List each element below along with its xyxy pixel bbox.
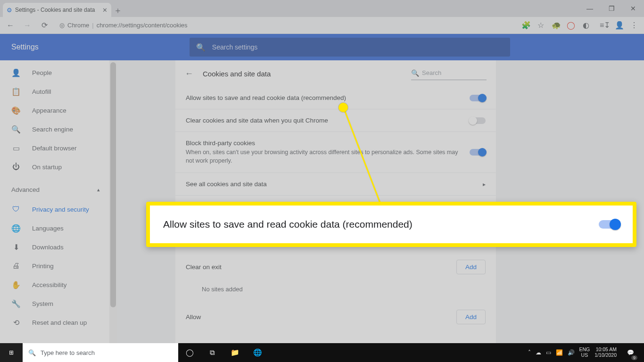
chevron-up-icon: ▴ xyxy=(97,187,100,193)
row-allow-cookies: Allow sites to save and read cookie data… xyxy=(175,87,496,109)
site-info-icon[interactable]: ◎ xyxy=(59,22,65,29)
battery-icon[interactable]: ▭ xyxy=(546,349,551,356)
browser-tab[interactable]: ⚙ Settings - Cookies and site data ✕ xyxy=(3,3,111,17)
windows-taskbar: ⊞ 🔍 Type here to search ◯ ⧉ 📁 🌐 ˄ ☁ ▭ 📶 … xyxy=(0,343,644,362)
reload-button[interactable]: ⟳ xyxy=(38,19,51,32)
clock[interactable]: 10:05 AM1/10/2020 xyxy=(594,347,617,358)
menu-dots-icon[interactable]: ⋮ xyxy=(630,21,638,30)
see-all-cookies-link[interactable]: See all cookies and site data ▸ xyxy=(175,173,496,196)
sidebar-item-label: Downloads xyxy=(32,244,64,251)
allow-section-title: Allow xyxy=(186,313,201,321)
tray-chevron-icon[interactable]: ˄ xyxy=(528,349,531,356)
sidebar-scrollbar[interactable] xyxy=(109,60,117,343)
panel-search[interactable]: 🔍 Search xyxy=(411,67,487,80)
section-allow: Allow Add xyxy=(175,301,496,333)
onedrive-icon[interactable]: ☁ xyxy=(536,349,541,356)
search-icon: 🔍 xyxy=(28,349,36,356)
url-text: chrome://settings/content/cookies xyxy=(97,22,188,29)
see-all-label: See all cookies and site data xyxy=(186,181,267,188)
sidebar-icon: 🎨 xyxy=(11,106,21,115)
clear-on-quit-toggle[interactable] xyxy=(470,117,486,124)
sidebar-item-appearance[interactable]: 🎨Appearance xyxy=(0,101,117,120)
block-thirdparty-sub: When on, sites can't use your browsing a… xyxy=(186,148,462,165)
sidebar-icon: 📋 xyxy=(11,87,21,96)
sidebar-item-label: People xyxy=(32,69,52,76)
sidebar-item-people[interactable]: 👤People xyxy=(0,63,117,82)
allow-add-button[interactable]: Add xyxy=(456,310,486,324)
chrome-taskbar-icon[interactable]: 🌐 xyxy=(246,343,269,362)
close-tab-icon[interactable]: ✕ xyxy=(102,7,107,14)
sidebar-icon: ⏻ xyxy=(11,163,21,171)
sidebar-advanced-toggle[interactable]: Advanced ▴ xyxy=(0,179,117,200)
sidebar-item-search-engine[interactable]: 🔍Search engine xyxy=(0,120,117,139)
block-thirdparty-label: Block third-party cookies xyxy=(186,140,462,147)
advanced-label: Advanced xyxy=(11,186,40,193)
volume-icon[interactable]: 🔊 xyxy=(568,349,575,356)
settings-sidebar: 👤People📋Autofill🎨Appearance🔍Search engin… xyxy=(0,60,117,343)
sidebar-item-label: Search engine xyxy=(32,126,73,133)
bookmark-star-icon[interactable]: ☆ xyxy=(537,21,545,30)
ext-icon-1[interactable]: 🧩 xyxy=(521,21,530,30)
settings-search-input[interactable] xyxy=(212,43,504,51)
sidebar-item-downloads[interactable]: ⬇Downloads xyxy=(0,238,117,256)
sidebar-item-accessibility[interactable]: ✋Accessibility xyxy=(0,275,117,294)
search-icon: 🔍 xyxy=(411,69,419,77)
sidebar-icon: 🛡 xyxy=(11,205,21,214)
cortana-icon[interactable]: ◯ xyxy=(178,343,201,362)
settings-header: Settings 🔍 xyxy=(0,34,644,60)
file-explorer-icon[interactable]: 📁 xyxy=(223,343,246,362)
taskbar-search[interactable]: 🔍 Type here to search xyxy=(23,343,178,362)
clear-on-exit-title: Clear on exit xyxy=(186,263,222,271)
sidebar-item-label: Default browser xyxy=(32,145,77,152)
panel-title: Cookies and site data xyxy=(203,70,271,78)
sidebar-item-autofill[interactable]: 📋Autofill xyxy=(0,82,117,101)
reading-list-icon[interactable]: ≡↧ xyxy=(600,21,608,30)
window-controls: ― ❐ ✕ xyxy=(579,0,644,17)
forward-button[interactable]: → xyxy=(21,19,34,32)
back-button[interactable]: ← xyxy=(4,19,17,32)
new-tab-button[interactable]: ＋ xyxy=(111,4,124,17)
ext-icon-2[interactable]: 🐢 xyxy=(552,21,560,30)
settings-title: Settings xyxy=(11,43,39,51)
sidebar-item-languages[interactable]: 🌐Languages xyxy=(0,219,117,238)
sidebar-item-label: Autofill xyxy=(32,88,51,95)
sidebar-icon: 🖨 xyxy=(11,262,21,270)
sidebar-item-default-browser[interactable]: ▭Default browser xyxy=(0,139,117,157)
sidebar-item-label: On startup xyxy=(32,164,62,171)
notifications-icon[interactable]: 💬9 xyxy=(621,343,639,362)
sidebar-item-privacy-and-security[interactable]: 🛡Privacy and security xyxy=(0,200,117,219)
allow-cookies-label: Allow sites to save and read cookie data… xyxy=(186,94,462,101)
sidebar-item-label: Privacy and security xyxy=(32,206,89,213)
sidebar-item-label: Reset and clean up xyxy=(32,319,87,326)
profile-avatar-icon[interactable]: 👤 xyxy=(615,21,623,30)
ext-icon-3[interactable]: ◯ xyxy=(567,21,575,30)
wifi-icon[interactable]: 📶 xyxy=(556,349,563,356)
callout-toggle[interactable] xyxy=(599,220,619,229)
allow-cookies-toggle[interactable] xyxy=(470,95,486,101)
sidebar-icon: 🌐 xyxy=(11,224,21,233)
row-clear-on-quit: Clear cookies and site data when you qui… xyxy=(175,109,496,132)
sidebar-item-printing[interactable]: 🖨Printing xyxy=(0,256,117,275)
clear-on-exit-add-button[interactable]: Add xyxy=(456,260,486,274)
minimize-button[interactable]: ― xyxy=(579,0,601,17)
maximize-button[interactable]: ❐ xyxy=(601,0,622,17)
settings-search[interactable]: 🔍 xyxy=(190,38,510,57)
annotation-callout: Allow sites to save and read cookie data… xyxy=(146,202,636,247)
extension-icons: 🧩 ☆ 🐢 ◯ ◐ ≡↧ 👤 ⋮ xyxy=(521,21,640,30)
row-block-thirdparty: Block third-party cookies When on, sites… xyxy=(175,132,496,173)
annotation-marker xyxy=(339,103,348,112)
sidebar-item-on-startup[interactable]: ⏻On startup xyxy=(0,157,117,176)
language-indicator[interactable]: ENGUS xyxy=(579,347,590,358)
sidebar-icon: 👤 xyxy=(11,68,21,77)
close-window-button[interactable]: ✕ xyxy=(622,0,644,17)
ext-icon-4[interactable]: ◐ xyxy=(582,21,590,30)
sidebar-item-reset-and-clean-up[interactable]: ⟲Reset and clean up xyxy=(0,313,117,332)
sidebar-item-system[interactable]: 🔧System xyxy=(0,294,117,313)
block-thirdparty-toggle[interactable] xyxy=(470,149,486,156)
address-bar[interactable]: ◎ Chrome | chrome://settings/content/coo… xyxy=(55,19,518,32)
sidebar-item-label: Printing xyxy=(32,263,54,270)
taskbar-search-placeholder: Type here to search xyxy=(41,349,95,356)
panel-back-button[interactable]: ← xyxy=(185,69,193,79)
task-view-icon[interactable]: ⧉ xyxy=(201,343,223,362)
start-button[interactable]: ⊞ xyxy=(0,343,23,362)
